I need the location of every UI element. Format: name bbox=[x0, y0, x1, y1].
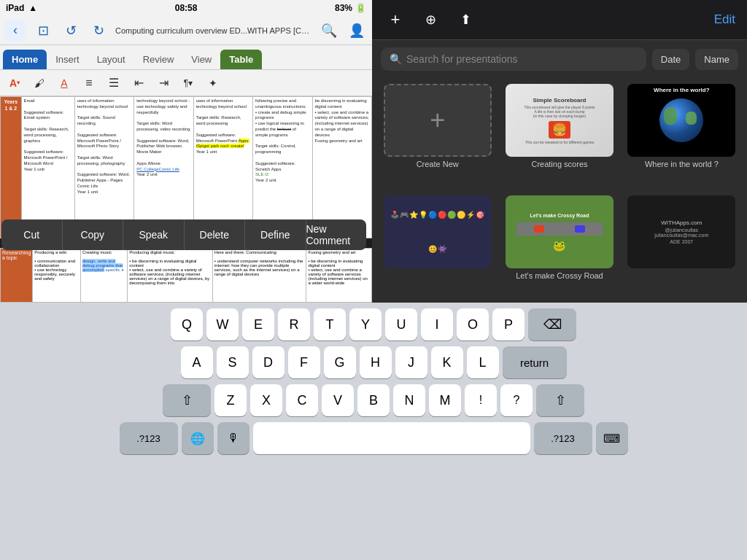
tab-home[interactable]: Home bbox=[3, 50, 47, 69]
back-button[interactable]: ‹ bbox=[4, 20, 26, 42]
ctx-new-comment[interactable]: New Comment bbox=[306, 219, 367, 250]
context-menu: Cut Copy Speak Delete Define New Comment bbox=[1, 219, 366, 250]
ctx-define[interactable]: Define bbox=[245, 219, 306, 250]
keynote-item-create-new[interactable]: + Create New bbox=[381, 84, 494, 187]
key-r[interactable]: R bbox=[278, 308, 310, 341]
keynote-panel: + ⊕ ⬆ Edit 🔍 Search for presentations Da… bbox=[372, 0, 747, 303]
key-shift-right[interactable]: ⇧ bbox=[536, 384, 584, 416]
research-label: Researching a topic bbox=[1, 249, 33, 303]
tab-insert[interactable]: Insert bbox=[47, 50, 88, 69]
sort-name-button[interactable]: Name bbox=[695, 49, 738, 70]
key-o[interactable]: O bbox=[457, 308, 489, 341]
key-globe[interactable]: 🌐 bbox=[182, 422, 214, 454]
keyboard-row-1: Q W E R T Y U I O P ⌫ bbox=[3, 308, 744, 341]
key-question[interactable]: ? bbox=[500, 384, 533, 416]
keynote-item-crossy[interactable]: Let's make Crossy Road 🐸 Let's make Cros… bbox=[503, 195, 616, 298]
keynote-import-button[interactable]: ⊕ bbox=[419, 8, 442, 31]
emoji-8: 🟡 bbox=[457, 211, 465, 219]
key-num-right[interactable]: .?123 bbox=[534, 422, 592, 454]
key-b[interactable]: B bbox=[357, 384, 390, 416]
key-k[interactable]: K bbox=[431, 346, 463, 378]
key-i[interactable]: I bbox=[421, 308, 453, 341]
increase-indent-button[interactable]: ⇥ bbox=[153, 73, 174, 93]
paragraph-button[interactable]: ¶▾ bbox=[178, 73, 198, 93]
ctx-speak[interactable]: Speak bbox=[123, 219, 185, 250]
keynote-header: + ⊕ ⬆ Edit bbox=[372, 0, 747, 40]
key-d[interactable]: D bbox=[252, 346, 285, 378]
key-y[interactable]: Y bbox=[349, 308, 382, 341]
key-u[interactable]: U bbox=[385, 308, 417, 341]
world-banner: Where in the world? bbox=[627, 87, 735, 93]
tab-view[interactable]: View bbox=[182, 50, 220, 69]
key-v[interactable]: V bbox=[322, 384, 354, 416]
highlight-button[interactable]: 🖌 bbox=[29, 73, 50, 93]
keynote-item-creating-scores[interactable]: Simple Scoreboard This scoreboard will g… bbox=[503, 84, 616, 187]
plus-icon: + bbox=[430, 105, 445, 136]
tab-review[interactable]: Review bbox=[134, 50, 183, 69]
dark-contact-text: WITHApps.com @juliancoultas juliancoulta… bbox=[651, 217, 711, 247]
search-doc-button[interactable]: 🔍 bbox=[318, 20, 340, 42]
cell-r1c7: be discerning in evaluating digital cont… bbox=[312, 97, 371, 238]
key-shift-left[interactable]: ⇧ bbox=[163, 384, 211, 416]
status-bar: iPad ▲ 08:58 83% 🔋 bbox=[0, 0, 372, 16]
keynote-item-emoji[interactable]: 🕹️ 🎮 ⭐ 💡 🔵 🔴 🟢 🟡 ⚡ 🎯 😊 👾 bbox=[381, 195, 494, 298]
key-mic[interactable]: 🎙 bbox=[217, 422, 249, 454]
scoreboard-title: Simple Scoreboard bbox=[533, 97, 587, 104]
key-g[interactable]: G bbox=[324, 346, 356, 378]
key-m[interactable]: M bbox=[429, 384, 461, 416]
key-delete[interactable]: ⌫ bbox=[528, 308, 576, 341]
account-button[interactable]: 👤 bbox=[346, 20, 368, 42]
font-color-button[interactable]: A▾ bbox=[4, 73, 25, 93]
redo-button[interactable]: ↻ bbox=[88, 20, 109, 42]
sort-date-button[interactable]: Date bbox=[652, 49, 689, 70]
key-a[interactable]: A bbox=[181, 346, 213, 378]
search-field[interactable]: 🔍 Search for presentations bbox=[381, 47, 646, 71]
decrease-indent-button[interactable]: ⇤ bbox=[128, 73, 149, 93]
ctx-cut[interactable]: Cut bbox=[1, 219, 63, 250]
key-l[interactable]: L bbox=[467, 346, 499, 378]
crossy-road-graphic bbox=[516, 222, 603, 236]
ctx-copy[interactable]: Copy bbox=[63, 219, 124, 250]
key-p[interactable]: P bbox=[492, 308, 525, 341]
tab-layout[interactable]: Layout bbox=[88, 50, 134, 69]
key-n[interactable]: N bbox=[393, 384, 425, 416]
key-c[interactable]: C bbox=[286, 384, 318, 416]
key-f[interactable]: F bbox=[288, 346, 320, 378]
document-content: Years1 & 2 EmailSuggested software: Emai… bbox=[0, 96, 372, 238]
crossy-thumb: Let's make Crossy Road 🐸 bbox=[506, 195, 614, 268]
geometry-cell: Fusing geometry and art• be discerning i… bbox=[306, 249, 372, 303]
ctx-delete[interactable]: Delete bbox=[185, 219, 246, 250]
undo-button[interactable]: ↺ bbox=[60, 20, 82, 42]
key-t[interactable]: T bbox=[314, 308, 346, 341]
key-j[interactable]: J bbox=[395, 346, 427, 378]
keynote-edit-button[interactable]: Edit bbox=[714, 12, 735, 27]
cell-r1c4: technology beyond school - use technolog… bbox=[134, 97, 193, 238]
tab-table[interactable]: Table bbox=[220, 50, 262, 69]
key-h[interactable]: H bbox=[360, 346, 392, 378]
bullet-list-button[interactable]: ≡ bbox=[79, 73, 99, 93]
share-button[interactable]: ⊡ bbox=[32, 20, 54, 42]
key-space[interactable] bbox=[253, 422, 530, 454]
keynote-share-button[interactable]: ⬆ bbox=[454, 8, 477, 31]
key-return[interactable]: return bbox=[503, 346, 567, 378]
key-keyboard-dismiss[interactable]: ⌨ bbox=[596, 422, 628, 454]
key-z[interactable]: Z bbox=[214, 384, 247, 416]
key-x[interactable]: X bbox=[250, 384, 282, 416]
keynote-add-button[interactable]: + bbox=[384, 8, 407, 31]
format-clear-button[interactable]: ✦ bbox=[203, 73, 223, 93]
crossy-label: Let's make Crossy Road bbox=[516, 271, 603, 280]
key-excl[interactable]: ! bbox=[465, 384, 497, 416]
text-color-button[interactable]: A bbox=[54, 73, 74, 93]
keynote-item-dark[interactable]: WITHApps.com @juliancoultas juliancoulta… bbox=[625, 195, 738, 298]
key-s[interactable]: S bbox=[217, 346, 249, 378]
emoji-7: 🟢 bbox=[447, 211, 456, 219]
keynote-item-where-world[interactable]: Where in the world? Where in the world ? bbox=[625, 84, 738, 187]
key-q[interactable]: Q bbox=[171, 308, 203, 341]
key-w[interactable]: W bbox=[206, 308, 239, 341]
key-num-left[interactable]: .?123 bbox=[120, 422, 178, 454]
emoji-2: 🎮 bbox=[400, 211, 409, 219]
numbered-list-button[interactable]: ☰ bbox=[104, 73, 124, 93]
keynote-search-bar: 🔍 Search for presentations Date Name bbox=[381, 47, 738, 71]
emoji-5: 🔵 bbox=[428, 211, 437, 219]
key-e[interactable]: E bbox=[242, 308, 274, 341]
